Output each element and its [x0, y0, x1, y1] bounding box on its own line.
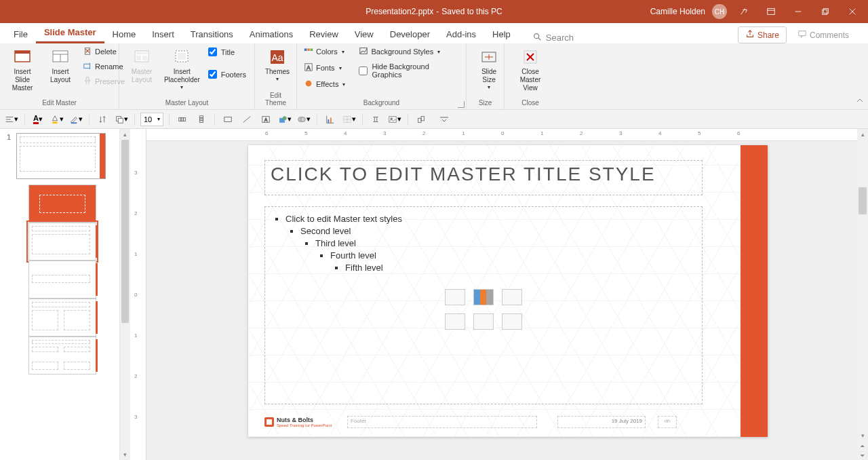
- tab-developer[interactable]: Developer: [382, 25, 438, 43]
- tab-view[interactable]: View: [347, 25, 382, 43]
- group-master-layout: Master Layout: [123, 98, 250, 108]
- tab-addins[interactable]: Add-ins: [438, 25, 484, 43]
- thumb-scrollbar[interactable]: ▴ ▾: [119, 129, 130, 460]
- arrange-button[interactable]: ▾: [114, 112, 129, 127]
- svg-rect-0: [768, 9, 775, 15]
- insert-chart-icon[interactable]: [473, 289, 494, 305]
- distribute-h-button[interactable]: [175, 112, 190, 127]
- layout-thumb-5[interactable]: [28, 337, 96, 375]
- layout-thumb-1[interactable]: [28, 185, 96, 223]
- tab-transitions[interactable]: Transitions: [182, 25, 241, 43]
- vscroll-up-icon[interactable]: ▴: [857, 129, 868, 140]
- layout-thumb-4[interactable]: [28, 299, 96, 337]
- tab-insert[interactable]: Insert: [144, 25, 182, 43]
- maximize-button[interactable]: [815, 0, 835, 23]
- align-button[interactable]: ▾: [4, 112, 19, 127]
- minimize-button[interactable]: [788, 0, 808, 23]
- slide-size-button[interactable]: Slide Size ▾: [471, 45, 507, 94]
- shape-line-button[interactable]: [239, 112, 254, 127]
- tab-review[interactable]: Review: [301, 25, 347, 43]
- sel-pane-button[interactable]: [414, 112, 429, 127]
- outline-color-button[interactable]: ▾: [68, 112, 83, 127]
- scroll-thumb[interactable]: [121, 140, 129, 323]
- table-button[interactable]: ▾: [342, 112, 357, 127]
- chevron-down-icon: ▾: [180, 84, 183, 91]
- slide-master-thumb[interactable]: [16, 133, 106, 179]
- horizontal-ruler[interactable]: 65 43 21 01 23 45 6: [146, 129, 857, 141]
- search-icon[interactable]: [532, 32, 542, 43]
- tab-animations[interactable]: Animations: [241, 25, 301, 43]
- slide-size-icon: [479, 47, 498, 66]
- textbox-button[interactable]: A: [258, 112, 273, 127]
- eyedropper-button[interactable]: [368, 112, 383, 127]
- vertical-ruler[interactable]: 3 2 1 0 1 2 3: [130, 129, 146, 460]
- vscroll-down-icon[interactable]: ▾: [857, 430, 868, 441]
- insert-layout-button[interactable]: Insert Layout: [42, 45, 79, 87]
- font-size-input[interactable]: 10▾: [140, 113, 163, 126]
- font-color-button[interactable]: A▾: [31, 112, 45, 127]
- shapes-button[interactable]: ▾: [277, 112, 292, 127]
- background-dialog-launcher[interactable]: [458, 101, 465, 108]
- colors-button[interactable]: Colors▾: [301, 45, 348, 58]
- insert-picture-icon[interactable]: [445, 313, 465, 330]
- tab-help[interactable]: Help: [484, 25, 519, 43]
- collapse-ribbon-icon[interactable]: [856, 96, 864, 108]
- group-background: Background: [301, 98, 462, 108]
- title-checkbox[interactable]: Title: [204, 45, 250, 59]
- footers-checkbox[interactable]: Footers: [204, 67, 250, 81]
- close-button[interactable]: [842, 0, 863, 23]
- tab-file[interactable]: File: [5, 25, 36, 43]
- comments-button[interactable]: Comments: [792, 27, 854, 43]
- tab-home[interactable]: Home: [104, 25, 144, 43]
- distribute-v-button[interactable]: [194, 112, 209, 127]
- insert-placeholder-button[interactable]: Insert Placeholder ▾: [161, 45, 203, 94]
- thumbnail-pane[interactable]: 1: [0, 129, 119, 460]
- insert-smartart-icon[interactable]: [502, 289, 522, 305]
- merge-shapes-button[interactable]: ▾: [296, 112, 311, 127]
- prev-slide-icon[interactable]: ⏶: [857, 441, 868, 451]
- share-button[interactable]: Share: [738, 26, 787, 43]
- master-number: 1: [7, 133, 14, 141]
- close-master-view-button[interactable]: Close Master View: [509, 45, 552, 95]
- insert-slide-master-button[interactable]: Insert Slide Master: [4, 45, 41, 95]
- ribbon-display-icon[interactable]: [761, 0, 781, 23]
- footer-placeholder[interactable]: Footer: [347, 416, 537, 428]
- hide-bg-checkbox[interactable]: Hide Background Graphics: [356, 61, 462, 80]
- body-placeholder[interactable]: Click to edit Master text styles Second …: [264, 206, 703, 404]
- next-slide-icon[interactable]: ⏷: [857, 451, 868, 460]
- user-name[interactable]: Camille Holden: [650, 7, 705, 16]
- tab-slide-master[interactable]: Slide Master: [36, 23, 104, 43]
- fill-color-button[interactable]: ▾: [50, 112, 64, 127]
- insert-table-icon[interactable]: [445, 289, 465, 305]
- effects-button[interactable]: Effects▾: [301, 77, 348, 91]
- scroll-up-icon[interactable]: ▴: [120, 129, 130, 140]
- colors-icon: [304, 46, 313, 57]
- fonts-icon: A: [304, 62, 313, 73]
- svg-rect-23: [142, 56, 147, 60]
- sort-button[interactable]: [95, 112, 110, 127]
- layout-thumb-2[interactable]: [28, 223, 96, 261]
- scroll-down-icon[interactable]: ▾: [120, 449, 130, 460]
- fonts-button[interactable]: AFonts▾: [301, 61, 348, 75]
- date-placeholder[interactable]: 19 July 2019: [557, 416, 646, 428]
- slide-canvas[interactable]: Click to edit Master title style Click t…: [248, 145, 768, 437]
- vscroll-thumb[interactable]: [859, 187, 867, 214]
- search-input[interactable]: Search: [546, 33, 574, 43]
- layout-thumb-3[interactable]: [28, 261, 96, 299]
- chart-button[interactable]: [323, 112, 338, 127]
- background-styles-button[interactable]: Background Styles▾: [356, 45, 462, 58]
- themes-button[interactable]: Aa Themes ▾: [259, 45, 296, 85]
- svg-text:Aa: Aa: [271, 52, 283, 63]
- shape-rect-button[interactable]: [220, 112, 235, 127]
- more-button[interactable]: [437, 112, 452, 127]
- svg-rect-43: [71, 122, 77, 123]
- slide-number-placeholder[interactable]: ‹#›: [658, 416, 677, 428]
- title-placeholder[interactable]: Click to edit Master title style: [264, 160, 703, 195]
- user-avatar[interactable]: CH: [712, 4, 727, 19]
- insert-video-icon[interactable]: [502, 313, 522, 330]
- picture-button[interactable]: ▾: [387, 112, 402, 127]
- insert-online-picture-icon[interactable]: [473, 313, 494, 330]
- share-icon: [745, 29, 755, 41]
- editor-scrollbar[interactable]: ▴ ▾ ⏶ ⏷: [857, 129, 868, 460]
- simplify-ribbon-icon[interactable]: [734, 0, 754, 23]
